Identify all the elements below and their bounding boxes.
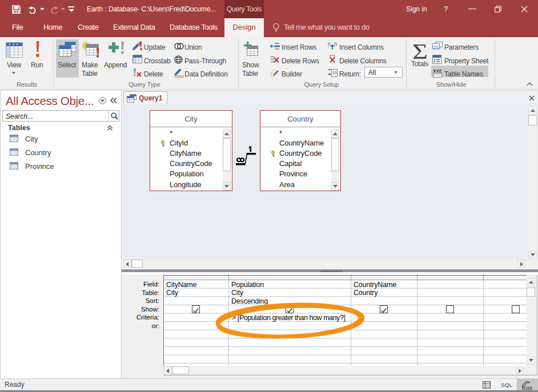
svg-text:XYZ: XYZ <box>433 68 441 74</box>
svg-text:[?]: [?] <box>433 44 438 49</box>
svg-text:10: 10 <box>332 71 337 75</box>
